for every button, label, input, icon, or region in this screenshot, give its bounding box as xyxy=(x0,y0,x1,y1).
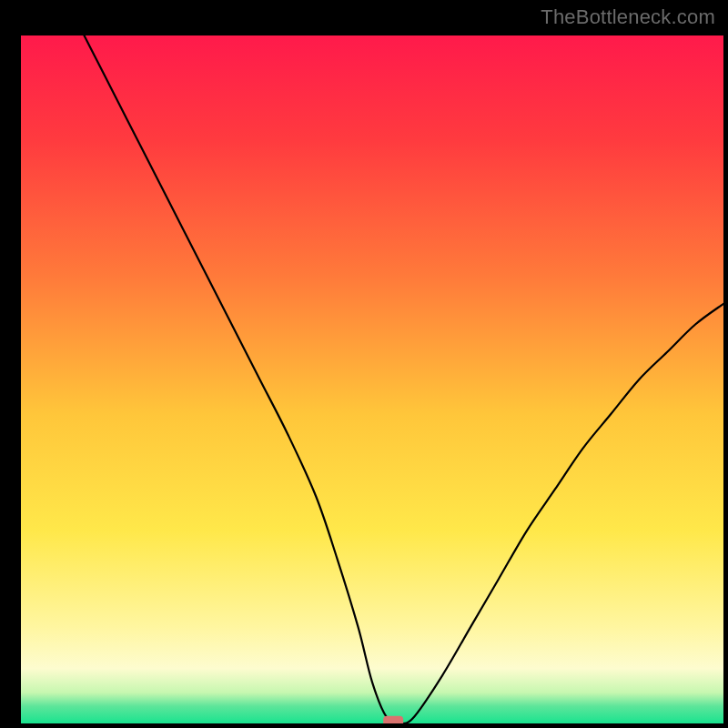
watermark-text: TheBottleneck.com xyxy=(541,5,715,29)
chart-background xyxy=(21,35,723,723)
target-marker xyxy=(383,716,403,723)
chart-frame xyxy=(8,8,720,720)
chart-plot xyxy=(21,35,723,723)
